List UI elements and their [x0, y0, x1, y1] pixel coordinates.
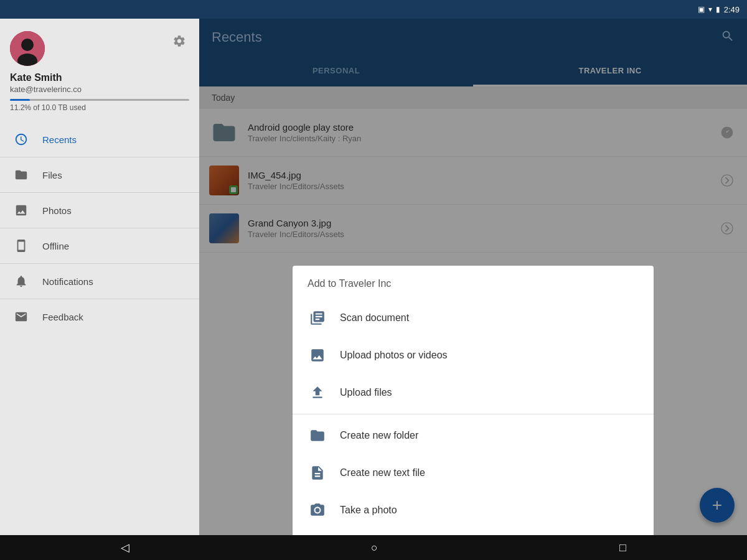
user-name: Kate Smith	[10, 72, 189, 83]
folder-icon	[12, 166, 30, 184]
sidebar-item-notifications-label: Notifications	[42, 276, 93, 287]
sheet-item-take-photo-label: Take a photo	[340, 505, 397, 516]
sheet-item-new-text[interactable]: Create new text file	[293, 454, 654, 492]
storage-text: 11.2% of 10.0 TB used	[10, 103, 189, 112]
svg-point-1	[21, 39, 34, 51]
avatar-image	[10, 31, 45, 66]
sidebar-item-recents[interactable]: Recents	[0, 122, 199, 157]
vibrate-icon: ▣	[698, 5, 705, 14]
user-email: kate@travelerinc.co	[10, 85, 189, 94]
sheet-title: Add to Traveler Inc	[293, 266, 654, 299]
bell-icon	[12, 273, 30, 290]
sidebar-item-notifications[interactable]: Notifications	[0, 264, 199, 299]
sidebar-item-photos-label: Photos	[42, 205, 72, 216]
sheet-item-upload-media[interactable]: Upload photos or videos	[293, 337, 654, 374]
upload-icon	[308, 383, 327, 403]
status-bar: ▣ ▾ ▮ 2:49	[0, 0, 747, 19]
sheet-item-new-text-label: Create new text file	[340, 467, 425, 478]
recents-button[interactable]: □	[604, 536, 641, 559]
bottom-nav: ◁ ○ □	[0, 535, 747, 560]
text-file-icon	[308, 463, 327, 483]
smartphone-icon	[12, 237, 30, 254]
wifi-icon: ▾	[708, 5, 712, 14]
storage-bar-background	[10, 99, 189, 101]
photo-upload-icon	[308, 345, 327, 365]
sidebar-item-files-label: Files	[42, 170, 62, 180]
back-button[interactable]: ◁	[106, 536, 144, 559]
sheet-item-new-folder[interactable]: Create new folder	[293, 417, 654, 454]
storage-bar-fill	[10, 99, 30, 101]
new-folder-icon	[308, 426, 327, 446]
sheet-item-scan-label: Scan document	[340, 312, 409, 324]
sheet-item-upload-media-label: Upload photos or videos	[340, 350, 448, 361]
bottom-sheet-modal: Add to Traveler Inc Scan document Upload	[293, 266, 654, 535]
app-container: Kate Smith kate@travelerinc.co 11.2% of …	[0, 19, 747, 535]
svg-point-5	[316, 508, 320, 513]
gear-icon	[172, 34, 186, 48]
sidebar-item-photos[interactable]: Photos	[0, 193, 199, 228]
sidebar-item-files[interactable]: Files	[0, 157, 199, 192]
sidebar-item-recents-label: Recents	[42, 134, 77, 145]
home-button[interactable]: ○	[356, 536, 393, 559]
sheet-item-upload-files-label: Upload files	[340, 387, 392, 398]
sidebar: Kate Smith kate@travelerinc.co 11.2% of …	[0, 19, 199, 535]
camera-icon	[308, 500, 327, 520]
settings-button[interactable]	[169, 31, 189, 51]
sidebar-item-feedback-label: Feedback	[42, 312, 83, 322]
sheet-item-new-folder-label: Create new folder	[340, 430, 418, 441]
sidebar-header: Kate Smith kate@travelerinc.co 11.2% of …	[0, 19, 199, 119]
avatar	[10, 31, 45, 66]
avatar-person-svg	[10, 31, 45, 66]
scan-document-icon	[308, 308, 327, 328]
sheet-item-scan[interactable]: Scan document	[293, 299, 654, 337]
envelope-icon	[12, 308, 30, 325]
sheet-item-upload-files[interactable]: Upload files	[293, 374, 654, 411]
battery-icon: ▮	[716, 5, 720, 14]
sidebar-item-offline-label: Offline	[42, 241, 69, 251]
main-content: Recents PERSONAL TRAVELER INC Today	[199, 19, 747, 535]
nav-list: Recents Files Photos	[0, 119, 199, 535]
sheet-item-take-photo[interactable]: Take a photo	[293, 492, 654, 529]
image-icon	[12, 202, 30, 219]
sheet-divider	[293, 414, 654, 414]
clock-icon	[12, 131, 30, 148]
sidebar-item-feedback[interactable]: Feedback	[0, 299, 199, 334]
status-time: 2:49	[724, 5, 740, 14]
sidebar-item-offline[interactable]: Offline	[0, 228, 199, 263]
